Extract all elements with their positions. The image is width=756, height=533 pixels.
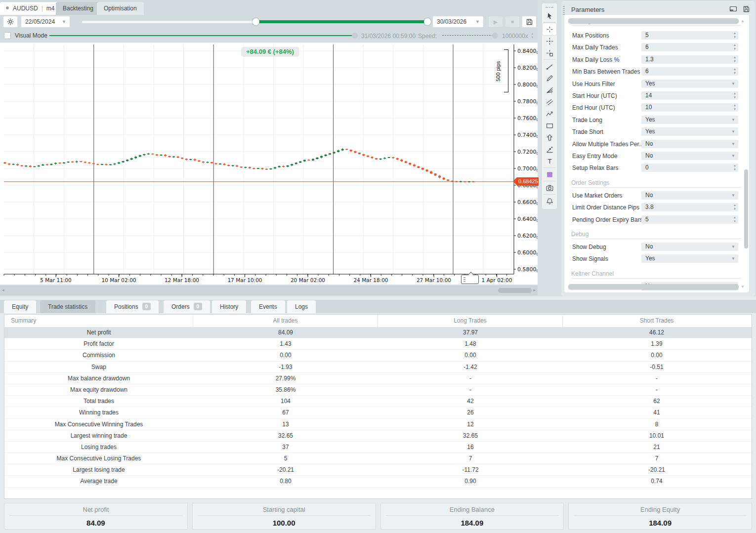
arrow-up-tool[interactable] [543,131,556,143]
range-start-handle[interactable] [252,18,259,25]
table-row[interactable]: Largest winning trade32.6532.6510.01 [4,430,752,442]
tab-trade-statistics[interactable]: Trade statistics [40,300,95,313]
range-end-handle[interactable] [424,18,431,25]
parameter-input-min-bars-between-trades[interactable]: 6▲▼ [641,67,738,76]
spinner-icon[interactable]: ▲▼ [733,164,736,171]
chevron-down-icon[interactable]: ▼ [731,152,735,160]
table-row[interactable]: Average trade0.800.900.74 [4,476,752,487]
spinner-icon[interactable]: ▲▼ [733,103,736,111]
text-tool[interactable]: T [543,155,556,167]
chevron-down-icon[interactable]: ▼ [731,254,735,263]
parameter-input-max-daily-trades[interactable]: 6▲▼ [641,43,738,51]
camera-tool[interactable] [543,182,556,194]
pointer-tool[interactable] [543,10,556,22]
spinner-icon[interactable]: ▲▼ [733,203,736,211]
parameter-input-start-hour-utc[interactable]: 14▲▼ [641,91,738,100]
crosshair-tool[interactable] [543,23,556,35]
stop-button[interactable]: ■ [505,16,520,28]
tab-events[interactable]: Events [251,300,285,313]
table-row[interactable]: Commission0.000.000.00 [4,350,752,361]
spinner-icon[interactable]: ▲▼ [733,31,736,39]
tab-logs[interactable]: Logs [287,300,316,313]
parameter-select-allow-multiple-trades-per[interactable]: No▼ [641,140,738,148]
channel-tool[interactable] [543,96,556,108]
chevron-down-icon[interactable]: ▼ [731,116,735,124]
toolbar-grip[interactable] [546,7,553,8]
table-row[interactable]: Profit factor1.431.481.39 [4,338,752,350]
bell-tool[interactable] [543,195,556,207]
spinner-icon[interactable]: ▲▼ [733,43,736,51]
visual-mode-checkbox[interactable] [4,32,11,39]
parameter-input-max-positions[interactable]: 5▲▼ [641,31,738,40]
scroll-right-icon[interactable]: ▸ [533,287,536,292]
start-date-select[interactable]: 22/05/2024▼ [21,16,70,28]
table-row[interactable]: Winning trades672641 [4,407,752,418]
progress-handle[interactable] [352,33,358,39]
parameter-input-limit-order-distance-pips[interactable]: 3.8▲▼ [641,203,738,211]
parameter-select-easy-entry-mode[interactable]: No▼ [641,152,738,160]
chart-position-marker[interactable] [461,275,479,284]
play-button[interactable]: ▶ [488,16,503,28]
save-parameters-button[interactable] [743,5,750,13]
table-row[interactable]: Max Consecutive Winning Trades13128 [4,419,752,430]
color-swatch-tool[interactable] [543,168,556,180]
parameter-input-max-daily-loss[interactable]: 1.3▲▼ [641,55,738,64]
parameter-input-setup-relax-bars[interactable]: 0▲▼ [641,164,738,172]
trend-line-tool[interactable] [543,60,556,72]
parameter-select-show-debug[interactable]: No▼ [641,243,738,251]
table-row[interactable]: Max balance drawdown27.99%-- [4,373,752,384]
table-row[interactable]: Swap-1.93-1.42-0.51 [4,362,752,373]
table-row[interactable]: Losing trades371621 [4,442,752,453]
scroll-up-icon[interactable]: ▲ [741,19,745,23]
panel-drag-grip[interactable] [563,6,565,15]
parameters-scrollbar-thumb[interactable] [744,169,748,248]
scroll-left-icon[interactable]: ◂ [2,287,4,292]
crosshair-fine-tool[interactable] [543,35,556,47]
spinner-icon[interactable]: ▲▼ [733,67,736,75]
candlestick-chart[interactable]: 0.840000.820000.800000.780000.760000.740… [0,42,538,286]
crosshair-fine-icon [546,37,554,45]
table-row[interactable]: Net profit84.0937.9746.12 [4,327,752,338]
settings-button[interactable] [3,16,18,28]
spinner-icon[interactable]: ▲▼ [733,91,736,99]
parameter-input-pending-order-expiry-bars[interactable]: 5▲▼ [641,215,738,224]
chevron-down-icon[interactable]: ▼ [731,140,735,148]
tab-positions[interactable]: Positions0 [106,300,159,313]
scroll-down-icon[interactable]: ▼ [741,285,745,289]
pencil-tool[interactable] [543,72,556,84]
chevron-down-icon[interactable]: ▼ [731,127,735,136]
chevron-down-icon[interactable]: ▼ [731,80,735,88]
table-row[interactable]: Max Consecutive Losing Trades577 [4,453,752,464]
chevron-down-icon[interactable]: ▼ [731,191,735,200]
table-row[interactable]: Total trades1044262 [4,396,752,407]
fibonacci-tool[interactable]: f [543,84,556,96]
parameter-select-show-signals[interactable]: Yes▼ [641,254,738,263]
parameter-select-trade-long[interactable]: Yes▼ [641,116,738,124]
speed-handle[interactable] [492,33,498,39]
projection-tool[interactable] [543,143,556,155]
speed-stepper[interactable]: ▲▼ [531,32,534,40]
spinner-icon[interactable]: ▲▼ [733,55,736,63]
chevron-down-icon[interactable]: ▼ [731,243,735,251]
rectangle-tool[interactable] [543,120,556,131]
tab-history[interactable]: History [212,300,246,313]
tab-symbol[interactable]: AUDUSD|m4 [0,2,60,15]
scrollbar-thumb[interactable] [498,288,532,293]
undock-button[interactable] [729,5,737,12]
pattern-tool[interactable] [543,108,556,120]
tab-orders[interactable]: Orders0 [164,300,210,313]
tab-optimisation[interactable]: Optimisation [97,2,144,15]
table-row[interactable]: Largest losing trade-20.21-11.72-20.21 [4,464,752,476]
tab-equity[interactable]: Equity [4,300,36,313]
crosshair-square-tool[interactable] [543,47,556,59]
spinner-icon[interactable]: ▲▼ [733,215,736,223]
save-button[interactable] [522,16,537,28]
parameter-select-trade-short[interactable]: Yes▼ [641,127,738,136]
tab-backtesting[interactable]: Backtesting [56,2,100,15]
parameter-select-use-hours-filter[interactable]: Yes▼ [641,80,738,88]
parameter-input-end-hour-utc[interactable]: 10▲▼ [641,103,738,112]
table-row[interactable]: Max equity drawdown35.86%-- [4,384,752,396]
parameter-select-use-market-orders[interactable]: No▼ [641,191,738,200]
chart-horizontal-scrollbar[interactable]: ◂ ▸ [0,286,538,295]
end-date-select[interactable]: 30/03/2026▼ [432,16,484,28]
